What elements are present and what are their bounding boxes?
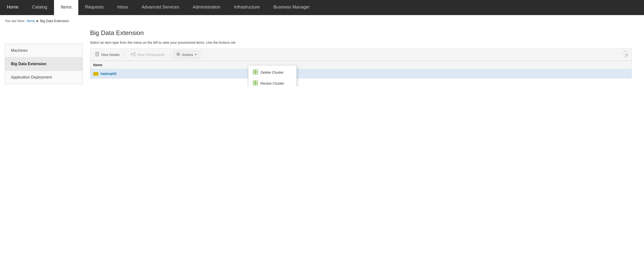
view-details-label: View Details	[101, 53, 120, 57]
table-row[interactable]: hadoop02	[90, 69, 632, 78]
svg-rect-16	[253, 72, 255, 74]
nav-item-requests[interactable]: Requests	[78, 0, 110, 15]
breadcrumb: You are here: Items ▶ Big Data Extension	[0, 15, 644, 27]
breadcrumb-current: Big Data Extension	[40, 19, 69, 23]
data-table: Name hadoop02	[90, 61, 632, 78]
cluster-action-icon	[253, 69, 258, 76]
sidebar: MachinesBig Data ExtensionApplication De…	[5, 44, 83, 84]
svg-point-9	[178, 54, 179, 55]
svg-rect-15	[256, 70, 258, 72]
svg-rect-21	[256, 83, 258, 85]
right-panel: Big Data Extension Select an item type f…	[83, 29, 639, 84]
view-details-button[interactable]: View Details	[93, 51, 122, 58]
actions-chevron-icon: ▼	[194, 53, 197, 56]
view-components-label: View Components	[137, 53, 164, 57]
svg-rect-19	[256, 81, 258, 83]
nav-item-infrastructure[interactable]: Infrastructure	[227, 0, 266, 15]
col-header-name: Name	[90, 61, 632, 69]
svg-point-11	[94, 74, 95, 74]
toolbar: View Details View Components	[90, 48, 632, 61]
dropdown-item-label: Delete Cluster	[260, 70, 284, 74]
dropdown-item-label: Resize Cluster	[260, 81, 284, 85]
sidebar-item-application-deployment[interactable]: Application Deployment	[5, 71, 82, 84]
sidebar-item-big-data-extension[interactable]: Big Data Extension	[5, 58, 82, 71]
cluster-action-icon	[253, 80, 258, 86]
svg-rect-17	[256, 72, 258, 74]
nav-item-catalog[interactable]: Catalog	[25, 0, 54, 15]
svg-rect-14	[253, 70, 255, 72]
view-components-button[interactable]: View Components	[128, 51, 167, 58]
row-name-link[interactable]: hadoop02	[93, 71, 629, 76]
actions-button[interactable]: Actions ▼	[173, 50, 200, 58]
breadcrumb-arrow: ▶	[36, 19, 39, 22]
nav-item-items[interactable]: Items	[54, 0, 78, 15]
svg-rect-20	[253, 83, 255, 85]
dropdown-item-resize-cluster[interactable]: Resize Cluster	[248, 78, 296, 86]
svg-point-13	[97, 74, 98, 74]
doc-icon	[96, 52, 100, 57]
page-title: Big Data Extension	[90, 29, 632, 37]
nav-item-advanced-services[interactable]: Advanced Services	[135, 0, 186, 15]
breadcrumb-link[interactable]: Items	[27, 19, 35, 23]
svg-line-7	[132, 53, 134, 54]
page-description: Select an item type from the menu on the…	[90, 40, 632, 44]
toolbar-separator-2	[170, 52, 170, 57]
comp-icon	[130, 52, 136, 57]
svg-rect-18	[253, 81, 255, 83]
breadcrumb-prefix: You are here:	[5, 19, 25, 23]
gear-icon	[176, 52, 180, 57]
dropdown-item-delete-cluster[interactable]: Delete Cluster	[248, 67, 296, 78]
svg-point-4	[131, 54, 132, 55]
cursor-arrow-icon: ↖	[624, 52, 629, 58]
toolbar-separator	[125, 52, 125, 57]
nav-item-home[interactable]: Home	[0, 0, 25, 15]
svg-point-6	[134, 55, 135, 56]
svg-point-5	[134, 52, 135, 54]
main-content: MachinesBig Data ExtensionApplication De…	[0, 27, 644, 86]
actions-dropdown: Delete Cluster Resize Cluster Start Clus…	[248, 65, 297, 86]
svg-line-8	[132, 54, 134, 55]
svg-point-12	[95, 74, 96, 74]
nav-item-inbox[interactable]: Inbox	[110, 0, 135, 15]
actions-label: Actions	[182, 53, 193, 57]
top-navigation: HomeCatalogItemsRequestsInboxAdvanced Se…	[0, 0, 644, 15]
sidebar-item-machines[interactable]: Machines	[5, 44, 82, 58]
nav-item-business-manager[interactable]: Business Manager	[266, 0, 316, 15]
nav-item-administration[interactable]: Administration	[186, 0, 227, 15]
hadoop-icon	[93, 71, 98, 76]
